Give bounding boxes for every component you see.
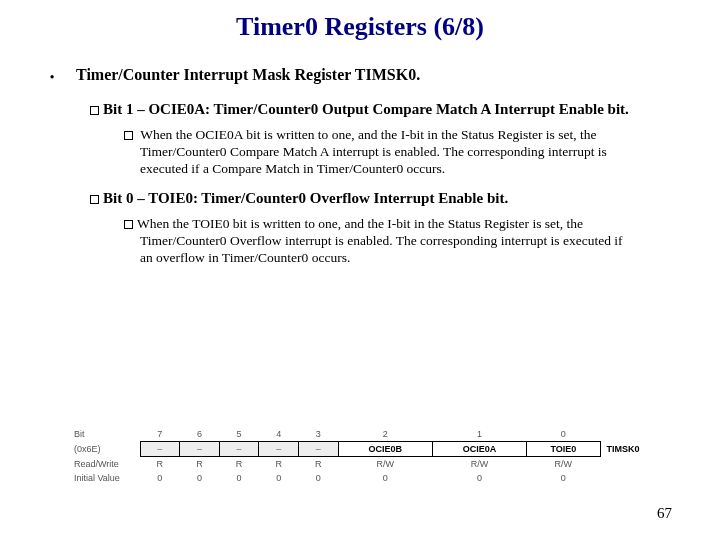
rw-col: R	[140, 457, 180, 472]
bit1-desc-text: When the OCIE0A bit is written to one, a…	[140, 127, 607, 176]
iv-label: Initial Value	[70, 471, 140, 485]
rw-col: R	[219, 457, 259, 472]
iv-col: 0	[338, 471, 432, 485]
bit-col: 5	[219, 427, 259, 442]
bit-col: 6	[180, 427, 220, 442]
bit-col: 7	[140, 427, 180, 442]
iv-col: 0	[432, 471, 526, 485]
reg-bit: –	[180, 442, 220, 457]
initial-value-row: Initial Value 0 0 0 0 0 0 0 0	[70, 471, 650, 485]
bullet-dot: •	[50, 66, 64, 88]
iv-col: 0	[180, 471, 220, 485]
bit0-heading: Bit 0 – TOIE0: Timer/Counter0 Overflow I…	[90, 189, 670, 208]
reg-bit-ocie0b: OCIE0B	[338, 442, 432, 457]
rw-col: R/W	[338, 457, 432, 472]
bit-col: 4	[259, 427, 299, 442]
square-bullet-icon	[124, 220, 133, 229]
iv-col: 0	[219, 471, 259, 485]
reg-bit-toie0: TOIE0	[527, 442, 600, 457]
rw-col: R	[259, 457, 299, 472]
reg-bit: –	[219, 442, 259, 457]
addr-label: (0x6E)	[70, 442, 140, 457]
bit1-heading-text: Bit 1 – OCIE0A: Timer/Counter0 Output Co…	[103, 101, 629, 117]
rw-col: R/W	[432, 457, 526, 472]
square-bullet-icon	[90, 106, 99, 115]
bit0-desc: When the TOIE0 bit is written to one, an…	[118, 216, 630, 267]
reg-bit: –	[259, 442, 299, 457]
bit0-desc-text: When the TOIE0 bit is written to one, an…	[137, 216, 623, 265]
iv-col: 0	[527, 471, 600, 485]
bit1-heading: Bit 1 – OCIE0A: Timer/Counter0 Output Co…	[90, 100, 670, 119]
reg-bit-ocie0a: OCIE0A	[432, 442, 526, 457]
square-bullet-icon	[124, 131, 133, 140]
square-bullet-icon	[90, 195, 99, 204]
bit-col: 0	[527, 427, 600, 442]
reg-bit: –	[298, 442, 338, 457]
slide-title: Timer0 Registers (6/8)	[0, 0, 720, 42]
bit-col: 2	[338, 427, 432, 442]
register-name: TIMSK0	[600, 442, 650, 457]
register-bits-row: (0x6E) – – – – – OCIE0B OCIE0A TOIE0 TIM…	[70, 442, 650, 457]
rw-label: Read/Write	[70, 457, 140, 472]
rw-col: R	[180, 457, 220, 472]
register-diagram: Bit 7 6 5 4 3 2 1 0 (0x6E) – – – – – OCI…	[70, 427, 650, 485]
reg-bit: –	[140, 442, 180, 457]
rw-row: Read/Write R R R R R R/W R/W R/W	[70, 457, 650, 472]
bit-number-row: Bit 7 6 5 4 3 2 1 0	[70, 427, 650, 442]
slide-content: • Timer/Counter Interrupt Mask Register …	[0, 42, 720, 267]
bit-label: Bit	[70, 427, 140, 442]
iv-col: 0	[140, 471, 180, 485]
bit-col: 1	[432, 427, 526, 442]
rw-col: R/W	[527, 457, 600, 472]
level1-item: • Timer/Counter Interrupt Mask Register …	[50, 66, 670, 88]
iv-col: 0	[298, 471, 338, 485]
bit1-desc: When the OCIE0A bit is written to one, a…	[118, 127, 630, 178]
level1-text: Timer/Counter Interrupt Mask Register TI…	[76, 66, 420, 88]
page-number: 67	[657, 505, 672, 522]
bit-col: 3	[298, 427, 338, 442]
iv-col: 0	[259, 471, 299, 485]
rw-col: R	[298, 457, 338, 472]
bit0-heading-text: Bit 0 – TOIE0: Timer/Counter0 Overflow I…	[103, 190, 508, 206]
